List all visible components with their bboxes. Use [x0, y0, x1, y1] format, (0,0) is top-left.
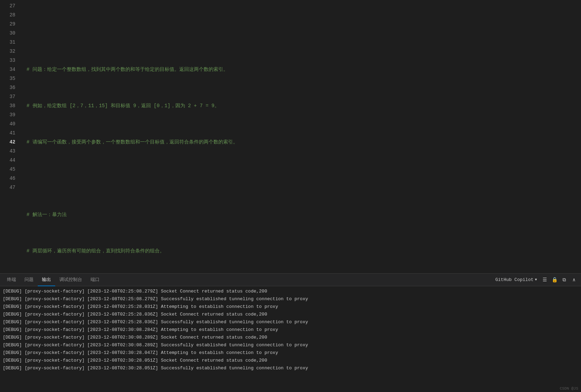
debug-line-5: [DEBUG] [proxy-socket-factory] [2023-12-… [3, 318, 578, 326]
debug-line-1: [DEBUG] [proxy-socket-factory] [2023-12-… [3, 288, 578, 295]
code-editor[interactable]: # 问题：给定一个整数数组，找到其中两个数的和等于给定的目标值。返回这两个数的索… [21, 0, 581, 273]
line-numbers: 27 28 29 30 31 32 33 34 35 36 37 38 39 4… [0, 0, 21, 273]
debug-line-8: [DEBUG] [proxy-socket-factory] [2023-12-… [3, 341, 578, 349]
panel-output[interactable]: [DEBUG] [proxy-socket-factory] [2023-12-… [0, 286, 581, 392]
panel-tabs: 终端 问题 输出 调试控制台 端口 GitHub Copilot ▼ ☰ 🔒 ⧉… [0, 274, 581, 286]
code-container: 27 28 29 30 31 32 33 34 35 36 37 38 39 4… [0, 0, 581, 273]
debug-line-9: [DEBUG] [proxy-socket-factory] [2023-12-… [3, 349, 578, 357]
panel-list-icon[interactable]: ☰ [540, 276, 549, 284]
debug-line-10: [DEBUG] [proxy-socket-factory] [2023-12-… [3, 357, 578, 364]
panel-actions: GitHub Copilot ▼ ☰ 🔒 ⧉ ∧ [493, 276, 578, 284]
tab-terminal[interactable]: 终端 [3, 274, 20, 286]
output-source-label: GitHub Copilot [495, 277, 533, 282]
panel-area: 终端 问题 输出 调试控制台 端口 GitHub Copilot ▼ ☰ 🔒 ⧉… [0, 273, 581, 392]
watermark: CSDN @JS [560, 386, 578, 391]
code-line-28: # 问题：给定一个整数数组，找到其中两个数的和等于给定的目标值。返回这两个数的索… [27, 65, 581, 74]
panel-expand-icon[interactable]: ∧ [570, 276, 578, 284]
panel-lock-icon[interactable]: 🔒 [550, 276, 559, 284]
debug-line-11: [DEBUG] [proxy-socket-factory] [2023-12-… [3, 364, 578, 372]
code-line-31 [27, 174, 581, 183]
tab-debug-console[interactable]: 调试控制台 [55, 274, 86, 286]
code-line-27 [27, 29, 581, 38]
code-line-32: # 解法一：暴力法 [27, 210, 581, 219]
debug-line-2: [DEBUG] [proxy-socket-factory] [2023-12-… [3, 295, 578, 303]
debug-line-4: [DEBUG] [proxy-socket-factory] [2023-12-… [3, 311, 578, 318]
panel-copy-icon[interactable]: ⧉ [560, 276, 568, 284]
output-source-dropdown[interactable]: GitHub Copilot ▼ [493, 276, 539, 283]
code-line-30: # 请编写一个函数，接受两个参数，一个整数数组和一个目标值，返回符合条件的两个数… [27, 138, 581, 147]
tab-ports[interactable]: 端口 [86, 274, 104, 286]
tab-output[interactable]: 输出 [38, 274, 55, 286]
debug-line-3: [DEBUG] [proxy-socket-factory] [2023-12-… [3, 303, 578, 311]
chevron-down-icon: ▼ [535, 278, 537, 282]
code-line-33: # 两层循环，遍历所有可能的组合，直到找到符合条件的组合。 [27, 246, 581, 256]
editor-area: 27 28 29 30 31 32 33 34 35 36 37 38 39 4… [0, 0, 581, 273]
debug-line-7: [DEBUG] [proxy-socket-factory] [2023-12-… [3, 334, 578, 341]
debug-line-6: [DEBUG] [proxy-socket-factory] [2023-12-… [3, 326, 578, 334]
code-line-29: # 例如，给定数组 [2，7，11，15] 和目标值 9，返回 [0，1]，因为… [27, 101, 581, 110]
tab-problems[interactable]: 问题 [20, 274, 38, 286]
